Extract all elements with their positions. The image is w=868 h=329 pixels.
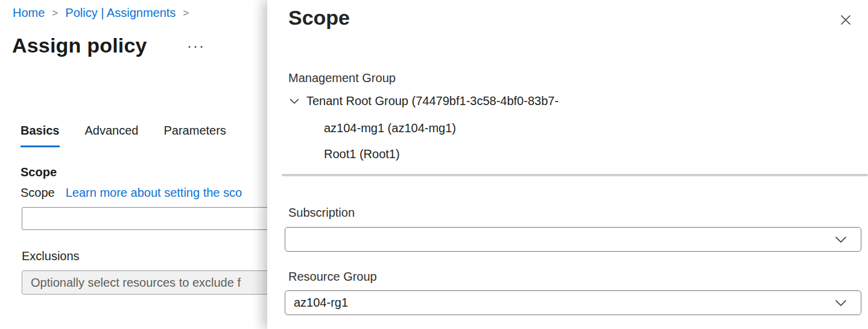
tab-bar: Basics Advanced Parameters (21, 124, 226, 147)
more-options-icon[interactable]: ··· (187, 37, 205, 54)
scope-field-row: Scope Learn more about setting the sco (21, 186, 242, 200)
scope-panel: Scope Management Group Tenant Root Group… (267, 0, 868, 329)
chevron-right-icon: > (52, 7, 58, 19)
tab-basics[interactable]: Basics (21, 124, 60, 147)
page-title: Assign policy (12, 34, 147, 57)
exclusions-label: Exclusions (22, 249, 80, 263)
breadcrumb-link-policy-assignments[interactable]: Policy | Assignments (65, 6, 176, 20)
tree-item-label: az104-mg1 (az104-mg1) (324, 121, 456, 135)
chevron-down-icon (833, 232, 849, 248)
subscription-dropdown[interactable] (285, 227, 861, 252)
scope-field-label: Scope (21, 186, 55, 200)
tree-item-tenant-root-group[interactable]: Tenant Root Group (74479bf1-3c58-4bf0-83… (288, 94, 559, 108)
section-divider (282, 174, 868, 176)
breadcrumb: Home > Policy | Assignments > (13, 6, 189, 20)
learn-more-link[interactable]: Learn more about setting the sco (66, 186, 242, 200)
chevron-down-icon[interactable] (288, 95, 300, 107)
management-group-label: Management Group (288, 71, 396, 85)
tree-item-root1[interactable]: Root1 (Root1) (324, 147, 400, 161)
tree-item-label: Root1 (Root1) (324, 147, 400, 161)
close-icon[interactable] (837, 11, 855, 29)
resource-group-dropdown-value: az104-rg1 (294, 296, 833, 310)
resource-group-label: Resource Group (288, 270, 377, 284)
resource-group-dropdown[interactable]: az104-rg1 (285, 290, 861, 315)
azure-portal-page: Home > Policy | Assignments > Assign pol… (0, 0, 868, 329)
breadcrumb-link-home[interactable]: Home (13, 6, 45, 20)
chevron-down-icon (833, 295, 849, 311)
subscription-label: Subscription (288, 206, 355, 220)
chevron-right-icon: > (183, 7, 189, 19)
panel-title: Scope (288, 6, 350, 30)
tree-item-label: Tenant Root Group (74479bf1-3c58-4bf0-83… (306, 94, 559, 108)
scope-section-heading: Scope (21, 165, 57, 179)
tab-advanced[interactable]: Advanced (85, 124, 139, 147)
tab-parameters[interactable]: Parameters (163, 124, 226, 147)
tree-item-az104-mg1[interactable]: az104-mg1 (az104-mg1) (324, 121, 456, 135)
